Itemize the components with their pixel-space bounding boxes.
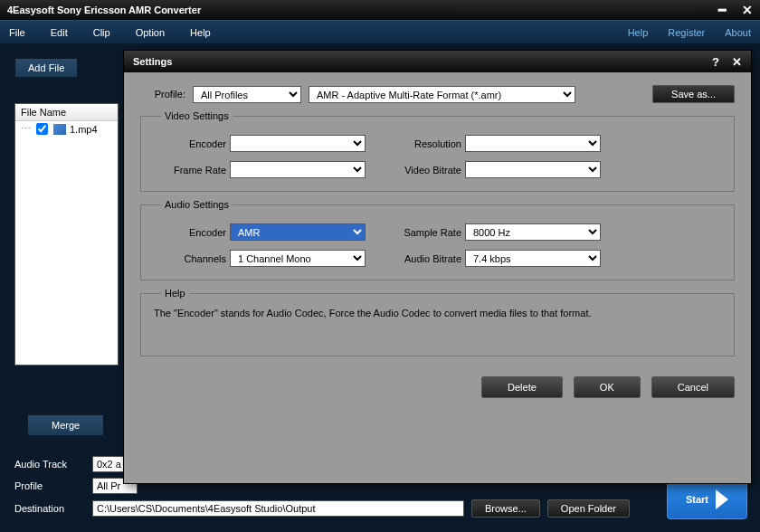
audio-bitrate-select[interactable]: 7.4 kbps [465, 250, 601, 267]
dialog-title-controls: ? ✕ [712, 55, 742, 69]
audio-bitrate-label: Audio Bitrate [389, 253, 461, 264]
open-folder-button[interactable]: Open Folder [547, 499, 630, 518]
file-list-header: File Name [15, 104, 118, 121]
cancel-button[interactable]: Cancel [651, 376, 735, 398]
video-encoder-label: Encoder [154, 138, 226, 149]
dialog-help-icon[interactable]: ? [712, 55, 719, 69]
audio-row-1: Encoder AMR Sample Rate 8000 Hz [154, 223, 721, 241]
settings-dialog: Settings ? ✕ Profile: All Profiles AMR -… [123, 50, 752, 484]
close-icon[interactable]: ✕ [742, 3, 753, 17]
menubar-left: File Edit Clip Option Help [9, 27, 211, 38]
dialog-profile-row: Profile: All Profiles AMR - Adaptive Mul… [140, 85, 735, 103]
dialog-profile-label: Profile: [140, 89, 185, 100]
file-checkbox[interactable] [36, 123, 48, 135]
dialog-close-icon[interactable]: ✕ [732, 55, 742, 69]
video-row-2: Frame Rate Video Bitrate [154, 161, 721, 178]
video-bitrate-select[interactable] [465, 161, 601, 178]
resolution-select[interactable] [465, 135, 601, 152]
video-encoder-select[interactable] [230, 135, 366, 152]
menu-edit[interactable]: Edit [51, 27, 68, 38]
app-title: 4Easysoft Sony Ericsson AMR Converter [7, 5, 201, 15]
framerate-label: Frame Rate [154, 165, 226, 176]
file-name: 1.mp4 [70, 124, 98, 135]
link-help[interactable]: Help [628, 27, 649, 38]
profile-label: Profile [14, 480, 85, 491]
start-button[interactable]: Start [667, 480, 747, 519]
destination-input[interactable] [92, 500, 464, 517]
start-label: Start [686, 494, 708, 505]
video-settings-group: Video Settings Encoder Resolution Frame … [140, 116, 735, 192]
video-file-icon [53, 124, 66, 135]
samplerate-label: Sample Rate [389, 227, 461, 238]
add-file-button[interactable]: Add File [14, 58, 78, 78]
help-group: Help The "Encoder" stands for Audio Code… [140, 293, 735, 356]
menu-option[interactable]: Option [136, 27, 165, 38]
destination-row: Destination Browse... Open Folder [14, 499, 630, 518]
framerate-select[interactable] [230, 161, 366, 178]
menu-clip[interactable]: Clip [93, 27, 110, 38]
profile-format-select[interactable]: AMR - Adaptive Multi-Rate Format (*.amr) [309, 86, 575, 103]
dialog-buttons: Delete OK Cancel [124, 369, 751, 405]
dialog-body: Profile: All Profiles AMR - Adaptive Mul… [124, 72, 751, 369]
audio-encoder-label: Encoder [154, 227, 226, 238]
delete-button[interactable]: Delete [481, 376, 563, 398]
audio-settings-title: Audio Settings [161, 199, 233, 210]
menubar: File Edit Clip Option Help Help Register… [0, 20, 760, 43]
play-arrow-icon [716, 489, 728, 509]
video-bitrate-label: Video Bitrate [389, 165, 461, 176]
resolution-label: Resolution [389, 138, 461, 149]
audio-encoder-select[interactable]: AMR [230, 223, 366, 241]
video-row-1: Encoder Resolution [154, 135, 721, 152]
destination-label: Destination [14, 503, 85, 514]
browse-button[interactable]: Browse... [471, 499, 540, 518]
minimize-icon[interactable]: ━ [718, 3, 726, 17]
video-settings-title: Video Settings [161, 110, 233, 121]
titlebar-controls: ━ ✕ [718, 3, 753, 17]
save-as-button[interactable]: Save as... [652, 85, 735, 103]
channels-label: Channels [154, 253, 226, 264]
audio-settings-group: Audio Settings Encoder AMR Sample Rate 8… [140, 204, 735, 280]
link-register[interactable]: Register [668, 27, 705, 38]
left-panel: Add File File Name ⋯ 1.mp4 [14, 58, 119, 366]
merge-button[interactable]: Merge [27, 414, 104, 436]
menu-file[interactable]: File [9, 27, 25, 38]
file-item[interactable]: ⋯ 1.mp4 [15, 121, 118, 137]
channels-select[interactable]: 1 Channel Mono [230, 250, 366, 267]
file-list: File Name ⋯ 1.mp4 [14, 103, 119, 366]
help-title: Help [161, 288, 189, 299]
dialog-title: Settings [133, 56, 172, 67]
menu-help[interactable]: Help [190, 27, 211, 38]
dialog-titlebar: Settings ? ✕ [124, 51, 751, 72]
profile-category-select[interactable]: All Profiles [193, 86, 301, 103]
menubar-right: Help Register About [628, 27, 751, 38]
audio-row-2: Channels 1 Channel Mono Audio Bitrate 7.… [154, 250, 721, 267]
titlebar: 4Easysoft Sony Ericsson AMR Converter ━ … [0, 0, 760, 20]
samplerate-select[interactable]: 8000 Hz [465, 223, 601, 241]
audio-track-label: Audio Track [14, 459, 85, 470]
help-text: The "Encoder" stands for Audio Codec, Fo… [154, 303, 721, 320]
ok-button[interactable]: OK [574, 376, 641, 398]
tree-icon: ⋯ [21, 123, 31, 135]
link-about[interactable]: About [725, 27, 751, 38]
